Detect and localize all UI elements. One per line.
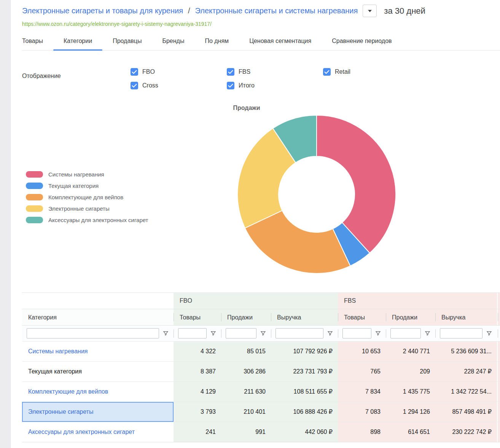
tab-3[interactable]: Продавцы: [102, 38, 152, 50]
checkbox-label: FBO: [142, 68, 155, 75]
chart-legend: Системы нагреванияТекущая категорияКомпл…: [26, 168, 148, 226]
column-header-fbs-2[interactable]: Продажи: [386, 309, 435, 325]
value-cell: 857 498 491 ₽: [435, 402, 497, 422]
column-filter-5-input[interactable]: [390, 328, 421, 338]
filter-funnel-icon[interactable]: [162, 330, 169, 337]
filter-funnel-icon[interactable]: [375, 330, 381, 337]
column-filter-6-cell: [435, 326, 497, 341]
table-group-header-row: FBOFBS: [22, 293, 500, 309]
legend-item-1[interactable]: Системы нагревания: [26, 168, 148, 180]
column-filter-1-input[interactable]: [178, 328, 207, 338]
filter-sliver: [497, 326, 500, 341]
tab-7[interactable]: Сравнение периодов: [322, 38, 402, 50]
value-cell: 2 440 771: [386, 342, 435, 361]
breadcrumb-link-parent[interactable]: Электронные сигареты и товары для курени…: [22, 6, 183, 15]
legend-label: Комплектующие для вейпов: [48, 194, 123, 200]
page-content: Электронные сигареты и товары для курени…: [11, 0, 500, 442]
value-cell: 614 651: [386, 422, 435, 442]
row-sliver: [497, 422, 500, 442]
value-cell: 230 222 742 ₽: [435, 422, 497, 442]
value-cell: 8 387: [174, 362, 221, 381]
group-header-fbs: FBS: [338, 293, 497, 309]
category-cell[interactable]: Аксессуары для электронных сигарет: [22, 422, 174, 442]
column-header-fbo-2[interactable]: Продажи: [221, 309, 271, 325]
value-cell: 7 834: [338, 382, 386, 402]
column-header-fbo-3[interactable]: Выручка: [271, 309, 338, 325]
checkbox-label: Cross: [142, 82, 158, 89]
donut-chart: [237, 114, 396, 274]
checkbox-checked-icon: [227, 68, 234, 76]
legend-item-5[interactable]: Аксессуары для электронных сигарет: [26, 214, 148, 226]
column-filter-3-input[interactable]: [275, 328, 323, 338]
column-header-sliver: [497, 309, 500, 325]
category-filter-input[interactable]: [27, 328, 159, 338]
value-cell: 228 247 ₽: [435, 362, 497, 381]
column-header-fbs-3[interactable]: Выручка: [435, 309, 497, 325]
checkbox-fbo[interactable]: FBO: [131, 68, 227, 76]
checkbox-checked-icon: [131, 82, 138, 89]
value-cell: 107 792 926 ₽: [271, 342, 338, 361]
filter-funnel-icon[interactable]: [486, 330, 492, 337]
tab-4[interactable]: Бренды: [152, 38, 194, 50]
checkbox-checked-icon: [227, 82, 234, 89]
value-cell: 898: [338, 422, 386, 442]
value-cell: 85 015: [221, 342, 271, 361]
category-cell[interactable]: Электронные сигареты: [22, 402, 174, 422]
display-filter-section: Отображение FBOFBSRetailCrossИтого: [22, 68, 500, 89]
column-filter-6-input[interactable]: [440, 328, 482, 338]
category-link[interactable]: Системы нагревания: [28, 348, 88, 354]
row-sliver: [497, 382, 500, 402]
value-cell: 442 060 ₽: [271, 422, 338, 442]
legend-item-2[interactable]: Текущая категория: [26, 180, 148, 191]
tab-6[interactable]: Ценовая сегментация: [239, 38, 322, 50]
category-cell[interactable]: Комплектующие для вейпов: [22, 382, 174, 402]
checkbox-итого[interactable]: Итого: [227, 82, 323, 89]
category-text: Текущая категория: [28, 368, 82, 375]
filter-funnel-icon[interactable]: [424, 330, 431, 337]
value-cell: 3 793: [174, 402, 221, 422]
column-header-fbo-1[interactable]: Товары: [174, 309, 221, 325]
filter-funnel-icon[interactable]: [327, 330, 333, 337]
tab-2[interactable]: Категории: [53, 38, 102, 50]
value-cell: 10 653: [338, 342, 386, 361]
table-row-2: Текущая категория8 387306 286223 731 793…: [22, 361, 500, 381]
checkbox-retail[interactable]: Retail: [323, 68, 419, 76]
category-dropdown-button[interactable]: [363, 5, 377, 17]
column-filter-2-input[interactable]: [226, 328, 256, 338]
categories-table: FBOFBSКатегорияТоварыПродажиВыручкаТовар…: [22, 292, 500, 442]
tabs: ТоварыКатегорииПродавцыБрендыПо днямЦено…: [22, 38, 500, 51]
checkbox-checked-icon: [323, 68, 331, 76]
legend-item-3[interactable]: Комплектующие для вейпов: [26, 191, 148, 203]
column-filter-3-cell: [271, 326, 338, 341]
group-header-empty: [22, 293, 174, 309]
filter-funnel-icon[interactable]: [260, 330, 266, 337]
value-cell: 108 511 655 ₽: [271, 382, 338, 402]
legend-swatch: [26, 183, 43, 189]
value-cell: 306 286: [221, 362, 271, 381]
legend-item-4[interactable]: Электронные сигареты: [26, 203, 148, 214]
value-cell: 1 435 775: [386, 382, 435, 402]
checkbox-cross[interactable]: Cross: [131, 82, 227, 89]
group-header-fbo: FBO: [174, 293, 338, 309]
column-filter-4-input[interactable]: [342, 328, 371, 338]
breadcrumb-separator: /: [188, 6, 190, 15]
category-url-link[interactable]: https://www.ozon.ru/category/elektronnye…: [22, 21, 500, 27]
tab-1[interactable]: Товары: [22, 38, 53, 50]
checkbox-label: FBS: [239, 68, 250, 75]
value-cell: 106 888 426 ₽: [271, 402, 338, 422]
column-header-category: Категория: [22, 309, 174, 325]
category-link[interactable]: Комплектующие для вейпов: [28, 388, 108, 395]
filter-funnel-icon[interactable]: [210, 330, 217, 337]
breadcrumb-link-current[interactable]: Электронные сигареты и системы нагревани…: [195, 6, 358, 15]
table-row-3: Комплектующие для вейпов4 129211 630108 …: [22, 381, 500, 402]
legend-swatch: [26, 205, 43, 212]
tab-5[interactable]: По дням: [194, 38, 239, 50]
category-link[interactable]: Электронные сигареты: [28, 408, 93, 415]
checkbox-fbs[interactable]: FBS: [227, 68, 323, 76]
value-cell: 765: [338, 362, 386, 381]
column-header-fbs-1[interactable]: Товары: [338, 309, 386, 325]
row-sliver: [497, 362, 500, 381]
category-link[interactable]: Аксессуары для электронных сигарет: [28, 429, 135, 435]
category-cell[interactable]: Системы нагревания: [22, 342, 174, 361]
legend-swatch: [26, 217, 43, 223]
